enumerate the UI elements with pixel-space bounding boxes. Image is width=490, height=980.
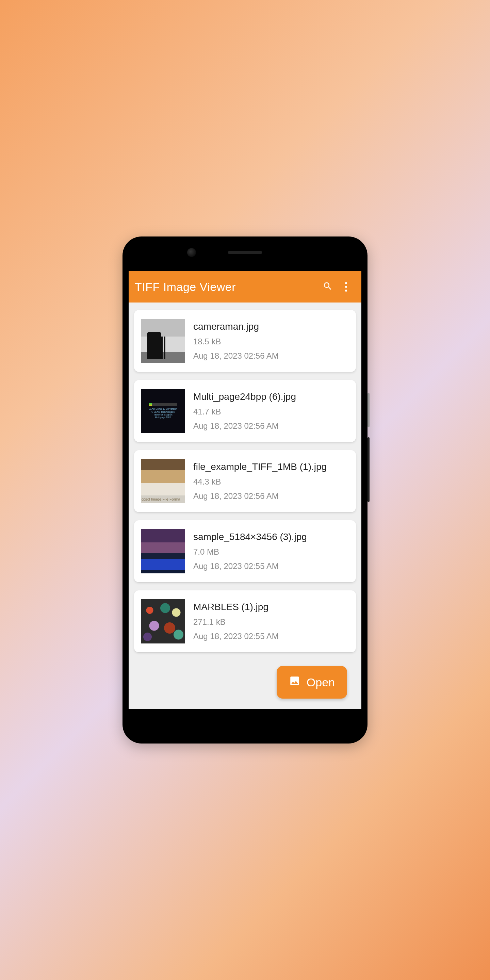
power-button: [368, 393, 369, 427]
file-list: cameraman.jpg 18.5 kB Aug 18, 2023 02:56…: [129, 302, 361, 709]
thumbnail-icon: [141, 319, 185, 363]
file-date: Aug 18, 2023 02:56 AM: [193, 351, 279, 361]
file-date: Aug 18, 2023 02:56 AM: [193, 492, 327, 501]
phone-frame: TIFF Image Viewer cameraman.jpg: [123, 237, 368, 743]
bezel: TIFF Image Viewer cameraman.jpg: [129, 243, 361, 737]
file-name: sample_5184×3456 (3).jpg: [193, 531, 307, 542]
file-name: file_example_TIFF_1MB (1).jpg: [193, 461, 327, 472]
more-vert-icon: [345, 282, 347, 292]
file-date: Aug 18, 2023 02:55 AM: [193, 632, 279, 641]
screen: TIFF Image Viewer cameraman.jpg: [129, 271, 361, 709]
thumbnail-icon: [141, 459, 185, 503]
thumbnail-icon: [141, 599, 185, 643]
open-button-label: Open: [307, 676, 335, 689]
more-options-button[interactable]: [337, 278, 355, 296]
list-item[interactable]: sample_5184×3456 (3).jpg 7.0 MB Aug 18, …: [134, 520, 356, 582]
thumbnail-icon: [141, 529, 185, 573]
app-title: TIFF Image Viewer: [135, 280, 318, 294]
file-size: 271.1 kB: [193, 617, 279, 627]
file-date: Aug 18, 2023 02:56 AM: [193, 421, 296, 431]
file-name: MARBLES (1).jpg: [193, 601, 279, 612]
file-size: 7.0 MB: [193, 547, 307, 557]
list-item[interactable]: LEAD Demo 32 Bit Version© LEAD Technolog…: [134, 380, 356, 442]
file-size: 44.3 kB: [193, 477, 327, 487]
list-item[interactable]: cameraman.jpg 18.5 kB Aug 18, 2023 02:56…: [134, 310, 356, 372]
app-bar: TIFF Image Viewer: [129, 271, 361, 302]
file-size: 41.7 kB: [193, 407, 296, 417]
volume-button: [368, 437, 369, 502]
search-icon: [323, 281, 333, 293]
list-item[interactable]: file_example_TIFF_1MB (1).jpg 44.3 kB Au…: [134, 450, 356, 512]
file-date: Aug 18, 2023 02:55 AM: [193, 562, 307, 571]
file-size: 18.5 kB: [193, 337, 279, 347]
list-item[interactable]: MARBLES (1).jpg 271.1 kB Aug 18, 2023 02…: [134, 590, 356, 652]
thumbnail-icon: LEAD Demo 32 Bit Version© LEAD Technolog…: [141, 389, 185, 433]
file-name: cameraman.jpg: [193, 321, 279, 332]
open-button[interactable]: Open: [277, 666, 347, 698]
image-icon: [289, 675, 301, 689]
file-name: Multi_page24bpp (6).jpg: [193, 391, 296, 402]
search-button[interactable]: [318, 278, 337, 296]
